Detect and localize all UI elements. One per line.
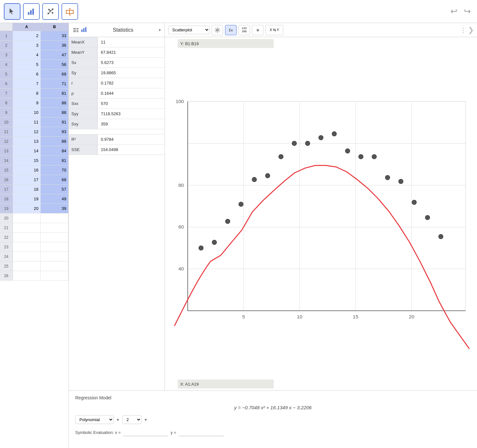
- spreadsheet-row[interactable]: 2336: [0, 41, 69, 50]
- spreadsheet-row[interactable]: 161768: [0, 175, 69, 185]
- cell-a[interactable]: [13, 271, 41, 280]
- spreadsheet-row[interactable]: 22: [0, 233, 69, 242]
- stats-dropdown-arrow[interactable]: ▾: [159, 28, 161, 32]
- box-tool-button[interactable]: [61, 3, 78, 20]
- cell-a[interactable]: [13, 213, 41, 223]
- cell-a[interactable]: 12: [13, 127, 41, 136]
- spreadsheet-row[interactable]: 25: [0, 261, 69, 271]
- cell-a[interactable]: 14: [13, 146, 41, 156]
- cell-b[interactable]: 70: [41, 165, 69, 175]
- spreadsheet-row[interactable]: 141581: [0, 156, 69, 165]
- spreadsheet-row[interactable]: 8988: [0, 98, 69, 108]
- row-number: 16: [0, 175, 13, 184]
- spreadsheet-row[interactable]: 101191: [0, 117, 69, 127]
- cell-a[interactable]: 5: [13, 60, 41, 69]
- spreadsheet-row[interactable]: 21: [0, 223, 69, 233]
- cell-b[interactable]: 81: [41, 156, 69, 165]
- scatter-tool-button[interactable]: [42, 3, 59, 20]
- spreadsheet-row[interactable]: 5669: [0, 69, 69, 79]
- cell-b[interactable]: 39: [41, 204, 69, 213]
- cell-b[interactable]: [41, 271, 69, 280]
- cell-a[interactable]: 18: [13, 185, 41, 194]
- cell-a[interactable]: 3: [13, 41, 41, 50]
- cell-a[interactable]: 11: [13, 117, 41, 127]
- cell-b[interactable]: 69: [41, 69, 69, 79]
- cell-b[interactable]: 91: [41, 117, 69, 127]
- spreadsheet-row[interactable]: 7881: [0, 89, 69, 98]
- chart-sigma-button[interactable]: Σx: [225, 25, 237, 35]
- spreadsheet-row[interactable]: 3447: [0, 50, 69, 60]
- cell-a[interactable]: 17: [13, 175, 41, 184]
- cell-b[interactable]: 81: [41, 89, 69, 98]
- y-label-input[interactable]: [178, 39, 274, 48]
- cell-a[interactable]: 20: [13, 204, 41, 213]
- cell-b[interactable]: [41, 233, 69, 242]
- cell-b[interactable]: [41, 252, 69, 261]
- spreadsheet-row[interactable]: 151670: [0, 165, 69, 175]
- cell-a[interactable]: [13, 223, 41, 232]
- cell-b[interactable]: 36: [41, 41, 69, 50]
- chart-equals-button[interactable]: ≡: [252, 25, 263, 35]
- cell-b[interactable]: 71: [41, 79, 69, 88]
- cell-a[interactable]: 4: [13, 50, 41, 60]
- cell-a[interactable]: 9: [13, 98, 41, 108]
- spreadsheet-row[interactable]: 23: [0, 242, 69, 252]
- cell-b[interactable]: [41, 261, 69, 271]
- cell-b[interactable]: 68: [41, 175, 69, 184]
- cell-a[interactable]: 16: [13, 165, 41, 175]
- spreadsheet-row[interactable]: 192039: [0, 204, 69, 213]
- chart-collapse-button[interactable]: ❯: [468, 26, 474, 34]
- cell-a[interactable]: 15: [13, 156, 41, 165]
- cell-a[interactable]: [13, 261, 41, 271]
- chart-gear-button[interactable]: [212, 25, 223, 35]
- chart-xy-button[interactable]: X ⇆ Y: [265, 25, 283, 35]
- spreadsheet-row[interactable]: 131484: [0, 146, 69, 156]
- spreadsheet-row[interactable]: 171857: [0, 185, 69, 194]
- chart-123-button[interactable]: 123345: [238, 25, 250, 35]
- cell-a[interactable]: 19: [13, 194, 41, 204]
- arrow-tool-button[interactable]: [4, 3, 20, 20]
- redo-button[interactable]: ↪: [462, 6, 473, 16]
- spreadsheet-row[interactable]: 20: [0, 213, 69, 223]
- chart-more-button[interactable]: ⋮: [460, 27, 466, 34]
- cell-a[interactable]: 13: [13, 137, 41, 146]
- cell-b[interactable]: 88: [41, 108, 69, 117]
- cell-b[interactable]: [41, 223, 69, 232]
- cell-b[interactable]: 84: [41, 146, 69, 156]
- bar-chart-tool-button[interactable]: [23, 3, 40, 20]
- spreadsheet-row[interactable]: 181949: [0, 194, 69, 204]
- cell-b[interactable]: 88: [41, 137, 69, 146]
- spreadsheet-row[interactable]: 26: [0, 271, 69, 281]
- spreadsheet-row[interactable]: 121388: [0, 137, 69, 146]
- symbolic-x-input[interactable]: [123, 428, 168, 436]
- cell-a[interactable]: [13, 252, 41, 261]
- cell-b[interactable]: 88: [41, 98, 69, 108]
- regression-degree-select[interactable]: 2 3 4: [122, 415, 141, 424]
- cell-a[interactable]: 7: [13, 79, 41, 88]
- spreadsheet-row[interactable]: 1233: [0, 31, 69, 41]
- symbolic-y-input[interactable]: [179, 428, 224, 436]
- cell-a[interactable]: 8: [13, 89, 41, 98]
- cell-b[interactable]: 47: [41, 50, 69, 60]
- spreadsheet-row[interactable]: 6771: [0, 79, 69, 89]
- cell-b[interactable]: 33: [41, 31, 69, 40]
- cell-a[interactable]: 10: [13, 108, 41, 117]
- cell-b[interactable]: 93: [41, 127, 69, 136]
- spreadsheet-row[interactable]: 24: [0, 252, 69, 261]
- spreadsheet-row[interactable]: 4556: [0, 60, 69, 69]
- cell-b[interactable]: 49: [41, 194, 69, 204]
- x-label-input[interactable]: [178, 380, 274, 388]
- cell-b[interactable]: 56: [41, 60, 69, 69]
- cell-a[interactable]: 2: [13, 31, 41, 40]
- cell-b[interactable]: [41, 213, 69, 223]
- cell-a[interactable]: [13, 233, 41, 242]
- cell-a[interactable]: [13, 242, 41, 252]
- spreadsheet-row[interactable]: 91088: [0, 108, 69, 117]
- cell-a[interactable]: 6: [13, 69, 41, 79]
- regression-type-select[interactable]: Polynomial: [75, 415, 114, 424]
- cell-b[interactable]: [41, 242, 69, 252]
- spreadsheet-row[interactable]: 111293: [0, 127, 69, 137]
- cell-b[interactable]: 57: [41, 185, 69, 194]
- chart-type-select[interactable]: Scatterplot: [168, 26, 210, 34]
- undo-button[interactable]: ↩: [448, 6, 460, 16]
